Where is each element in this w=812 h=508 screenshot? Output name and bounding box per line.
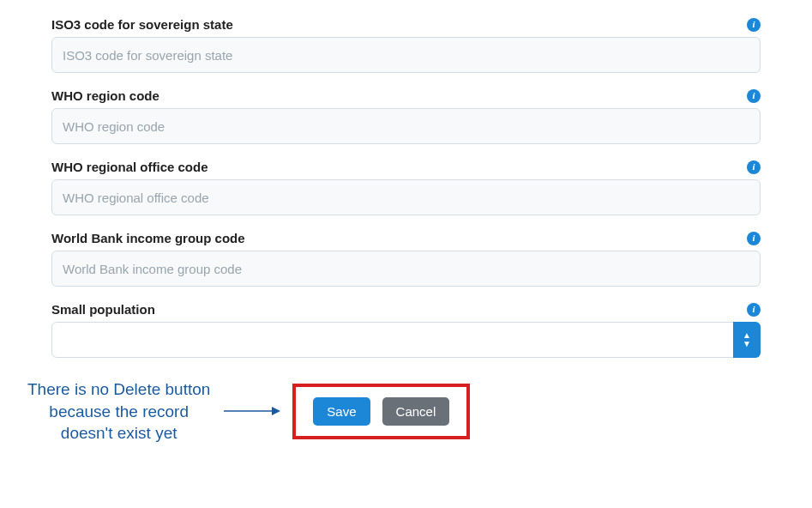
cancel-button[interactable]: Cancel — [382, 397, 450, 426]
small-population-select[interactable] — [51, 322, 761, 358]
label-row: World Bank income group code i — [51, 231, 761, 245]
annotation-no-delete: There is no Delete button because the re… — [27, 378, 210, 444]
form-group-small-pop: Small population i ▲ ▼ — [51, 302, 761, 358]
field-label-who-office: WHO regional office code — [51, 160, 208, 174]
select-wrap: ▲ ▼ — [51, 322, 761, 358]
bottom-row: There is no Delete button because the re… — [51, 378, 761, 444]
info-icon[interactable]: i — [747, 18, 761, 32]
field-label-wb-income: World Bank income group code — [51, 231, 245, 245]
arrow-right-icon — [222, 403, 282, 419]
info-icon[interactable]: i — [747, 232, 761, 245]
annotation-line: There is no Delete button — [27, 378, 210, 401]
label-row: WHO regional office code i — [51, 160, 761, 174]
info-icon[interactable]: i — [747, 160, 761, 174]
select-arrows[interactable]: ▲ ▼ — [733, 322, 761, 358]
form-group-iso3: ISO3 code for sovereign state i — [51, 17, 761, 73]
svg-marker-1 — [272, 407, 280, 415]
annotation-line: because the record — [27, 401, 210, 423]
button-highlight-box: Save Cancel — [292, 384, 470, 439]
iso3-input[interactable] — [51, 37, 761, 73]
label-row: Small population i — [51, 302, 761, 317]
annotation-arrow — [222, 403, 282, 419]
label-row: WHO region code i — [51, 88, 761, 103]
label-row: ISO3 code for sovereign state i — [51, 17, 761, 32]
field-label-iso3: ISO3 code for sovereign state — [51, 17, 233, 32]
save-button[interactable]: Save — [313, 397, 370, 426]
info-icon[interactable]: i — [747, 89, 761, 103]
form-group-wb-income: World Bank income group code i — [51, 231, 761, 287]
chevron-down-icon: ▼ — [743, 340, 751, 348]
field-label-small-pop: Small population — [51, 302, 155, 317]
form-group-who-office: WHO regional office code i — [51, 160, 761, 215]
form-group-who-region: WHO region code i — [51, 88, 761, 144]
who-office-input[interactable] — [51, 179, 761, 215]
field-label-who-region: WHO region code — [51, 88, 159, 103]
annotation-line: doesn't exist yet — [27, 422, 210, 444]
who-region-input[interactable] — [51, 108, 761, 144]
wb-income-input[interactable] — [51, 251, 761, 287]
info-icon[interactable]: i — [747, 303, 761, 317]
